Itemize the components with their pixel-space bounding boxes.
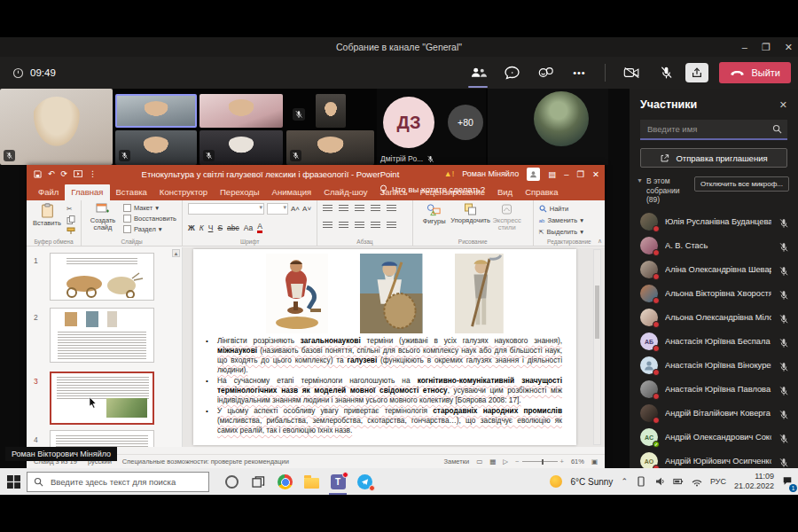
- mic-off-icon[interactable]: [778, 384, 789, 395]
- slide-thumbnail-4[interactable]: [50, 430, 154, 447]
- participant-row[interactable]: Анастасія Юріївна Вінокуренко: [630, 354, 798, 378]
- leave-button[interactable]: Выйти: [719, 62, 791, 83]
- ppt-tab-Переходы[interactable]: Переходы: [214, 184, 266, 200]
- ppt-tab-Вид[interactable]: Вид: [491, 184, 519, 200]
- minimize-icon[interactable]: –: [742, 42, 747, 52]
- ppt-close-icon[interactable]: ✕: [592, 169, 599, 179]
- action-center-button[interactable]: 1: [782, 473, 793, 489]
- ppt-tab-Конструктор[interactable]: Конструктор: [153, 184, 214, 200]
- more-options-button[interactable]: •••: [566, 61, 592, 84]
- cut-icon[interactable]: ✂: [66, 205, 75, 213]
- replace-button[interactable]: abЗаменить ▾: [539, 216, 583, 224]
- line-spacing-button[interactable]: [387, 205, 396, 212]
- participant-row[interactable]: Альона Олександрівна Мілова: [630, 306, 798, 330]
- participant-search-input[interactable]: [645, 123, 772, 135]
- mute-all-button[interactable]: Отключить все микроф...: [694, 176, 789, 192]
- participant-row[interactable]: АБАнастасія Юріївна Беспала: [630, 330, 798, 354]
- paste-button[interactable]: Вставить: [32, 203, 62, 227]
- view-slideshow-icon[interactable]: ▷: [503, 458, 508, 466]
- network-icon[interactable]: [692, 476, 702, 487]
- clear-format-button[interactable]: abc: [227, 223, 239, 232]
- slide-scrollbar[interactable]: [593, 249, 601, 445]
- battery-icon[interactable]: [673, 476, 684, 487]
- ppt-restore-icon[interactable]: ❐: [577, 169, 585, 179]
- ppt-tab-Анимация[interactable]: Анимация: [266, 184, 318, 200]
- reactions-button[interactable]: [532, 61, 559, 84]
- font-family-select[interactable]: [188, 203, 264, 215]
- notes-button[interactable]: Заметки: [443, 458, 469, 466]
- video-tile[interactable]: [316, 94, 346, 128]
- ppt-tab-Справка[interactable]: Справка: [519, 184, 564, 200]
- participant-search[interactable]: [640, 120, 787, 140]
- mic-toggle-button[interactable]: [652, 61, 678, 84]
- ppt-tab-Главная[interactable]: Главная: [65, 184, 109, 200]
- telegram-button[interactable]: [351, 468, 378, 495]
- close-icon[interactable]: ✕: [785, 42, 793, 53]
- video-tile[interactable]: [200, 94, 283, 128]
- chrome-button[interactable]: [271, 468, 298, 495]
- cortana-button[interactable]: [218, 468, 245, 495]
- thumb-scroll-up-icon[interactable]: ▲: [172, 249, 180, 257]
- video-tile[interactable]: [200, 130, 283, 165]
- mic-off-icon[interactable]: [778, 456, 789, 466]
- share-screen-button[interactable]: [685, 63, 708, 82]
- columns-button[interactable]: [387, 222, 396, 229]
- numbering-button[interactable]: [339, 205, 348, 212]
- copy-icon[interactable]: [66, 215, 75, 224]
- quick-styles-button[interactable]: Экспресс стили: [491, 203, 523, 232]
- participant-row[interactable]: А. В. Стась: [630, 234, 798, 258]
- invite-button[interactable]: Отправка приглашения: [640, 148, 787, 168]
- tell-me-box[interactable]: Что вы хотите сделать?: [379, 184, 485, 198]
- video-tile[interactable]: [0, 89, 113, 165]
- justify-button[interactable]: [371, 222, 380, 229]
- case-button[interactable]: Aa: [244, 223, 253, 232]
- indent-decrease-button[interactable]: [355, 205, 364, 212]
- phone-link-icon[interactable]: [636, 476, 646, 487]
- slide-thumbnail-1[interactable]: [50, 253, 154, 301]
- grow-font-icon[interactable]: А˄: [291, 205, 300, 213]
- align-center-button[interactable]: [339, 222, 348, 229]
- weather-icon[interactable]: [550, 475, 562, 488]
- weather-text[interactable]: 6°C Sunny: [570, 477, 613, 487]
- account-avatar[interactable]: [527, 168, 540, 181]
- ppt-tab-Файл[interactable]: Файл: [32, 184, 65, 200]
- view-normal-icon[interactable]: ▭: [476, 458, 482, 466]
- account-name[interactable]: Роман Міняйло: [462, 169, 519, 178]
- new-slide-button[interactable]: Создать слайд: [87, 203, 119, 232]
- participant-row[interactable]: Андрій Віталійович Коверга: [630, 402, 798, 426]
- camera-toggle-button[interactable]: [618, 61, 645, 84]
- ppt-tab-Вставка[interactable]: Вставка: [110, 184, 153, 200]
- italic-button[interactable]: К: [200, 223, 204, 232]
- language-switcher[interactable]: РУС: [710, 477, 726, 486]
- align-right-button[interactable]: [355, 222, 364, 229]
- select-button[interactable]: ⇱Выделить ▾: [539, 228, 583, 236]
- mic-off-icon[interactable]: [778, 432, 789, 442]
- bullets-button[interactable]: [323, 205, 332, 212]
- ribbon-display-icon[interactable]: ▤: [548, 169, 556, 179]
- mic-off-icon[interactable]: [778, 264, 789, 275]
- video-tile[interactable]: [286, 130, 374, 165]
- participant-row[interactable]: Аліна Олександрівна Шеварева: [630, 258, 798, 282]
- overflow-count-tile[interactable]: +80: [448, 105, 483, 140]
- layout-button[interactable]: Макет ▾: [123, 204, 176, 212]
- speaker-icon[interactable]: [654, 476, 665, 487]
- underline-button[interactable]: Ч: [208, 223, 214, 232]
- ppt-minimize-icon[interactable]: –: [564, 169, 568, 179]
- panel-close-icon[interactable]: ✕: [779, 99, 787, 111]
- taskbar-clock[interactable]: 11:0921.02.2022: [734, 472, 774, 492]
- view-sorter-icon[interactable]: ▦: [489, 458, 496, 466]
- section-button[interactable]: Раздел ▾: [123, 225, 176, 233]
- taskbar-search[interactable]: [27, 472, 209, 492]
- align-left-button[interactable]: [323, 222, 332, 229]
- undo-icon[interactable]: ↶: [48, 169, 55, 178]
- slide-canvas[interactable]: •Лінгвісти розрізняють загальнонаукові т…: [193, 249, 576, 445]
- mic-off-icon[interactable]: [778, 288, 789, 299]
- teams-button[interactable]: T: [325, 468, 351, 495]
- redo-icon[interactable]: ⟳: [61, 169, 68, 178]
- slideshow-icon[interactable]: [74, 170, 82, 177]
- slide-thumbnail-3-selected[interactable]: [50, 372, 154, 425]
- participant-row[interactable]: Альона Вікторівна Хворостян: [630, 282, 798, 306]
- format-painter-icon[interactable]: [66, 227, 75, 235]
- task-view-button[interactable]: [245, 468, 271, 495]
- font-size-select[interactable]: [267, 203, 288, 215]
